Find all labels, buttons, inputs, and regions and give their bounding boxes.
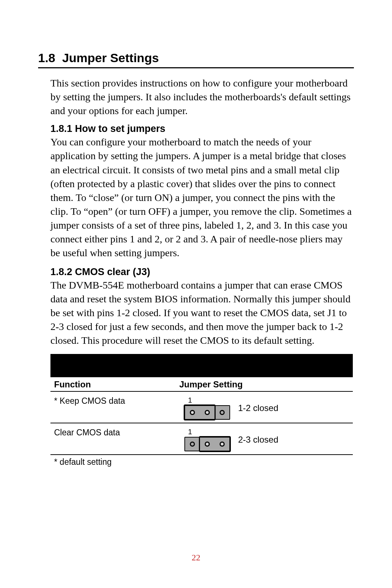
subsection-2-title: CMOS clear (J3)	[75, 266, 150, 277]
table-row: * Keep CMOS data 1 1-2 closed	[50, 392, 353, 423]
page-number: 22	[0, 553, 392, 563]
setting-text: 2-3 closed	[238, 435, 278, 445]
function-cell: Clear CMOS data	[50, 426, 183, 454]
subsection-1-number: 1.8.1	[50, 123, 72, 134]
setting-cell: 1 1-2 closed	[183, 395, 353, 422]
jumper-diagram-23closed-icon: 1	[183, 428, 232, 451]
jumper-diagram-12closed-icon: 1	[183, 396, 232, 420]
subsection-2-number: 1.8.2	[50, 266, 72, 277]
function-cell: * Keep CMOS data	[50, 395, 183, 422]
subsection-2-heading: 1.8.2 CMOS clear (J3)	[50, 266, 354, 278]
jumper-cap-icon	[184, 404, 216, 420]
subsection-1-title: How to set jumpers	[75, 123, 166, 134]
jumper-cap-icon	[199, 436, 231, 452]
header-function: Function	[54, 379, 179, 390]
jumper-base	[184, 405, 230, 420]
table-row: Clear CMOS data 1 2-3 closed	[50, 423, 353, 455]
setting-text: 1-2 closed	[238, 403, 278, 413]
subsection-2-body: The DVMB-554E motherboard contains a jum…	[50, 278, 354, 347]
table-footnote: * default setting	[50, 455, 353, 467]
table-header-row: Function Jumper Setting	[50, 377, 353, 392]
section-heading: 1.8 Jumper Settings	[38, 51, 354, 68]
subsection-1-heading: 1.8.1 How to set jumpers	[50, 123, 354, 134]
pin1-label: 1	[183, 428, 232, 436]
pin-1-icon	[190, 442, 195, 447]
section-title: Jumper Settings	[62, 51, 159, 65]
subsection-1-body: You can configure your motherboard to ma…	[50, 135, 354, 260]
section-intro: This section provides instructions on ho…	[50, 76, 354, 117]
pin1-label: 1	[183, 396, 232, 404]
document-page: 1.8 Jumper Settings This section provide…	[0, 0, 392, 588]
table-title-bar	[50, 354, 353, 377]
jumper-base	[184, 437, 230, 451]
header-setting: Jumper Setting	[179, 379, 353, 390]
cmos-clear-table: Function Jumper Setting * Keep CMOS data…	[50, 354, 353, 467]
section-number: 1.8	[38, 51, 55, 65]
pin-3-icon	[220, 410, 225, 415]
setting-cell: 1 2-3 closed	[183, 426, 353, 454]
